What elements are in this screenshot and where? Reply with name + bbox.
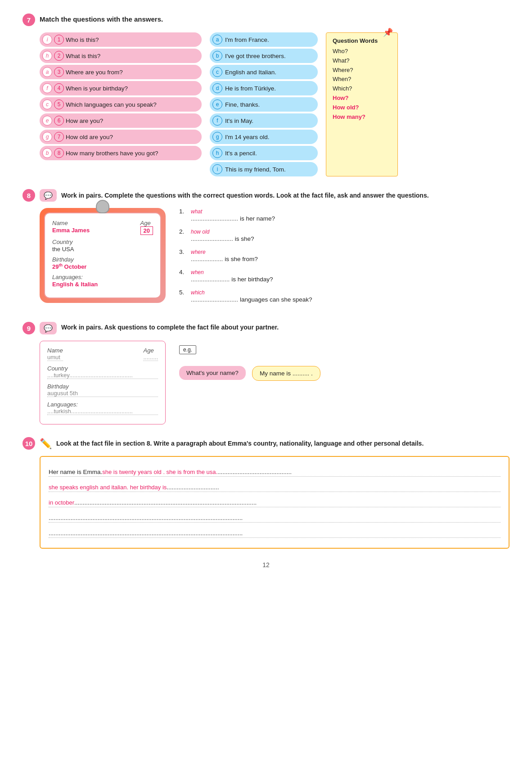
q-text-8: How many brothers have you got?	[66, 150, 158, 157]
write-box: Her name is Emma. she is twenty years ol…	[40, 456, 509, 549]
q-num-1: 1	[54, 35, 64, 45]
write-line-5: ........................................…	[49, 525, 500, 538]
fact9-birthday-label: Birthday	[47, 383, 69, 390]
q-text-5: Which languages can you speak?	[66, 101, 157, 108]
fact9-country-row: Country ....turkey......................…	[47, 365, 158, 379]
fact-languages-value: English & Italian	[52, 281, 98, 288]
a-letter-c: c	[212, 67, 222, 77]
answer-item: i This is my friend, Tom.	[210, 162, 318, 176]
page-number: 12	[23, 561, 509, 568]
s8-answer-4: when	[191, 269, 273, 275]
pair-work-icon-9: 💬	[40, 322, 57, 334]
a-text-f: It's in May.	[225, 117, 253, 124]
section9-body: Name umut Age ......... Country ....turk…	[40, 341, 509, 424]
bubble-answer: My name is .......... .	[252, 366, 320, 381]
s8-question-1: 1. what ............................ is …	[179, 208, 509, 222]
fact-languages-row: Languages: English & Italian	[52, 274, 153, 288]
fact-card-inner: Name Emma James Age 20 Country the USA B…	[44, 212, 161, 298]
fact9-name-label: Name	[47, 347, 63, 354]
qword-item: When?	[333, 75, 391, 84]
fact-age-label: Age	[140, 220, 153, 226]
fact-name-value: Emma James	[52, 227, 90, 234]
section8-num: 8	[23, 189, 35, 202]
eg-label: e.g.	[179, 345, 196, 354]
s8-answer-1: what	[191, 208, 275, 215]
q-num-2: 2	[54, 51, 64, 61]
s8-qline-1: what ............................ is her…	[191, 208, 275, 222]
qword-item: What?	[333, 56, 391, 66]
section-9: 9 💬 Work in pairs. Ask questions to comp…	[23, 322, 509, 424]
question-item: a 3 Where are you from?	[40, 65, 202, 79]
s8-qdots-1: ............................ is her name…	[191, 215, 275, 222]
fact-country-value: the USA	[52, 246, 74, 253]
section10-body: Her name is Emma. she is twenty years ol…	[40, 456, 509, 549]
a-letter-b: b	[212, 51, 222, 61]
a-text-h: It's a pencil.	[225, 150, 257, 157]
fact9-birthday-row: Birthday augusut 5th	[47, 383, 158, 397]
section10-instruction: Look at the fact file in section 8. Writ…	[56, 439, 509, 448]
write-filled-1: she is twenty years old . she is from th…	[102, 469, 217, 475]
section7-num: 7	[23, 14, 35, 26]
question-item: b 8 How many brothers have you got?	[40, 146, 202, 160]
section8-body: Name Emma James Age 20 Country the USA B…	[40, 208, 509, 309]
q-num-6: 6	[54, 116, 64, 126]
qword-item: How old?	[333, 103, 391, 113]
card-clip	[96, 200, 109, 213]
answer-item: b I've got three brothers.	[210, 49, 318, 63]
section8-header: 8 💬 Work in pairs. Complete the question…	[23, 189, 509, 202]
fact9-age-value: .........	[143, 354, 158, 361]
a-text-b: I've got three brothers.	[225, 53, 286, 59]
section10-header: 10 ✏️ Look at the fact file in section 8…	[23, 437, 509, 450]
qword-item: Which?	[333, 84, 391, 94]
write-line-2: she speaks english and italian. her birt…	[49, 479, 500, 492]
q-text-6: How are you?	[66, 117, 103, 124]
q-letter-8: b	[42, 148, 52, 158]
section7-title: Match the questions with the answers.	[40, 15, 163, 23]
q-text-1: Who is this?	[66, 36, 99, 43]
qwords-list: Who? What? Where? When? Which? How? How …	[333, 47, 391, 122]
q-letter-6: e	[42, 116, 52, 126]
fact9-country-value: ....turkey..............................…	[47, 372, 158, 379]
speech-bubbles: e.g. What's your name? My name is ......…	[179, 341, 320, 381]
a-text-c: English and Italian.	[225, 69, 276, 76]
section8-instruction: Work in pairs. Complete the questions wi…	[61, 191, 509, 200]
fact-birthday-row: Birthday 29th October	[52, 256, 153, 270]
fact9-age-label: Age	[143, 347, 153, 354]
qwords-title: Question Words	[333, 37, 391, 44]
fact-languages-label: Languages:	[52, 274, 153, 280]
fact-age-value: 20	[140, 226, 153, 235]
bubble-question: What's your name?	[179, 366, 246, 380]
answers-column: a I'm from France. b I've got three brot…	[210, 32, 318, 176]
question-item: g 7 How old are you?	[40, 130, 202, 144]
s8-qline-4: when ....................... is her birt…	[191, 269, 273, 283]
a-text-a: I'm from France.	[225, 36, 269, 43]
write-dots-1: ........................................…	[217, 469, 292, 475]
section7-body: i 1 Who is this? h 2 What is this? a 3 W…	[40, 32, 509, 176]
a-text-d: He is from Türkiye.	[225, 85, 276, 92]
q-num-8: 8	[54, 148, 64, 158]
s8-qnum-1: 1.	[179, 208, 188, 215]
a-letter-h: h	[212, 148, 222, 158]
write-dots-4: ........................................…	[49, 514, 243, 521]
s8-qnum-4: 4.	[179, 269, 188, 275]
q-letter-1: i	[42, 35, 52, 45]
example-label: e.g.	[179, 345, 320, 358]
s8-qdots-2: ......................... is she?	[191, 235, 254, 242]
q-num-3: 3	[54, 67, 64, 77]
q-letter-4: f	[42, 83, 52, 93]
answer-item: c English and Italian.	[210, 65, 318, 79]
question-words-box: Question Words Who? What? Where? When? W…	[326, 32, 398, 176]
a-text-g: I'm 14 years old.	[225, 134, 270, 140]
write-prefix-1: Her name is Emma.	[49, 469, 102, 475]
a-letter-a: a	[212, 35, 222, 45]
a-text-i: This is my friend, Tom.	[225, 166, 286, 173]
qword-item: Who?	[333, 47, 391, 56]
fact-file-card: Name Emma James Age 20 Country the USA B…	[40, 208, 166, 303]
section10-num: 10	[23, 437, 35, 450]
question-item: i 1 Who is this?	[40, 32, 202, 47]
section9-header: 9 💬 Work in pairs. Ask questions to comp…	[23, 322, 509, 334]
a-letter-e: e	[212, 99, 222, 109]
write-dots-2: ...............................	[167, 484, 219, 491]
q-text-2: What is this?	[66, 53, 100, 59]
s8-question-2: 2. how old ......................... is …	[179, 228, 509, 242]
